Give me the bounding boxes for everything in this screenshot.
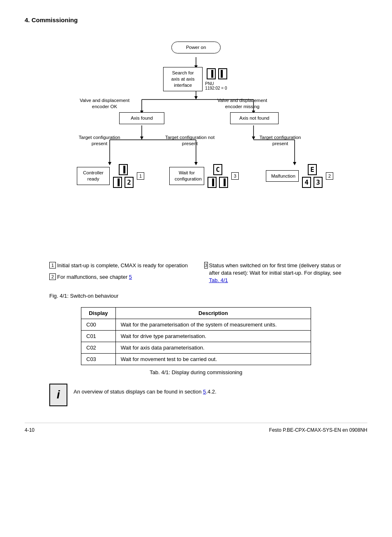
table-row: C03 Wait for movement test to be carried… <box>81 353 311 365</box>
display-m-bot1: 4 <box>302 177 311 188</box>
note-1-num: 1 <box>49 262 56 268</box>
node-search-axis: Search for axis at axis interface ▐ ▌ PN… <box>163 67 229 91</box>
note-1: 1 Initial start-up is complete, CMAX is … <box>49 262 188 269</box>
display-wc-top: C <box>213 164 222 175</box>
display-search-1: ▐ <box>207 68 216 79</box>
label-target-present-left: Target configuration present <box>73 134 126 147</box>
node-axis-not-found: Axis not found <box>230 112 279 124</box>
node-power-on: Power on <box>171 42 221 53</box>
notes-right: 3 Status when switched on for first time… <box>204 262 343 289</box>
note-1-text: Initial start-up is complete, CMAX is re… <box>57 262 188 269</box>
table-row: C01 Wait for drive type parameterisation… <box>81 330 311 342</box>
footer-doc: Festo P.BE-CPX-CMAX-SYS-EN en 0908NH <box>269 427 367 433</box>
table-cell-c02-display: C02 <box>81 342 116 353</box>
pnu-label: PNU 1192:02 = 0 <box>205 81 229 90</box>
table-header-description: Description <box>115 307 311 319</box>
note-3-text: Status when switched on for first time (… <box>209 262 343 285</box>
page-header: 4. Commissioning <box>25 16 367 23</box>
info-text: An overview of status displays can be fo… <box>74 384 217 396</box>
note-2-text: For malfunctions, see chapter 5 <box>57 273 132 281</box>
info-icon: i <box>49 384 67 406</box>
label-target-not-present: Target configuration not present <box>161 134 219 147</box>
footnote-3: 3 <box>231 172 239 180</box>
info-box: i An overview of status displays can be … <box>49 384 343 406</box>
tab-caption: Tab. 4/1: Display during commissioning <box>81 369 311 375</box>
page-footer: 4-10 Festo P.BE-CPX-CMAX-SYS-EN en 0908N… <box>25 423 367 433</box>
display-m-top: E <box>308 164 317 175</box>
link-section542[interactable]: 5 <box>203 389 206 395</box>
note-3-num: 3 <box>204 262 208 268</box>
display-m-bot2: 3 <box>314 177 323 188</box>
display-wc-bot1: ▐ <box>208 177 217 188</box>
note-2-num: 2 <box>49 273 56 280</box>
label-valve-missing: Valve and displacement encoder missing <box>208 97 276 110</box>
node-malfunction: Malfunction E 4 3 2 <box>266 163 333 189</box>
diagram-container: Power on Search for axis at axis interfa… <box>52 36 340 258</box>
display-search-2: ▌ <box>218 68 227 79</box>
display-cr-top: ▐ <box>119 164 128 175</box>
display-cr-bot1: ▐ <box>113 177 122 188</box>
display-wc-bot2: ▐ <box>219 177 228 188</box>
footnote-1: 1 <box>137 172 144 180</box>
notes-section: 1 Initial start-up is complete, CMAX is … <box>49 262 343 289</box>
table-cell-c01-desc: Wait for drive type parameterisation. <box>115 330 311 342</box>
table-row: C00 Wait for the parameterisation of the… <box>81 319 311 330</box>
link-tab41[interactable]: Tab. 4/1 <box>209 277 228 283</box>
display-cr-bot2: 2 <box>125 177 134 188</box>
table-cell-c00-display: C00 <box>81 319 116 330</box>
table-cell-c03-desc: Wait for movement test to be carried out… <box>115 353 311 365</box>
footer-page: 4-10 <box>25 427 35 433</box>
footnote-2: 2 <box>326 172 333 180</box>
table-cell-c03-display: C03 <box>81 353 116 365</box>
node-controller-ready: Controller ready ▐ ▐ 2 1 <box>77 163 144 189</box>
note-2: 2 For malfunctions, see chapter 5 <box>49 273 188 281</box>
node-wait-config: Wait for configuration C ▐ ▐ 3 <box>169 163 239 189</box>
table-cell-c02-desc: Wait for axis data parameterisation. <box>115 342 311 353</box>
link-chapter5[interactable]: 5 <box>129 274 132 280</box>
table-cell-c00-desc: Wait for the parameterisation of the sys… <box>115 319 311 330</box>
label-valve-ok: Valve and displacement encoder OK <box>73 97 136 110</box>
svg-marker-3 <box>194 96 198 100</box>
table-header-display: Display <box>81 307 116 319</box>
table-row: C02 Wait for axis data parameterisation. <box>81 342 311 353</box>
fig-caption: Fig. 4/1: Switch-on behaviour <box>49 293 343 299</box>
note-3: 3 Status when switched on for first time… <box>204 262 343 285</box>
node-axis-found: Axis found <box>119 112 164 124</box>
table-cell-c01-display: C01 <box>81 330 116 342</box>
label-target-present-right: Target configuration present <box>254 134 307 147</box>
svg-marker-11 <box>140 137 143 140</box>
notes-left: 1 Initial start-up is complete, CMAX is … <box>49 262 188 289</box>
display-table: Display Description C00 Wait for the par… <box>81 307 311 365</box>
